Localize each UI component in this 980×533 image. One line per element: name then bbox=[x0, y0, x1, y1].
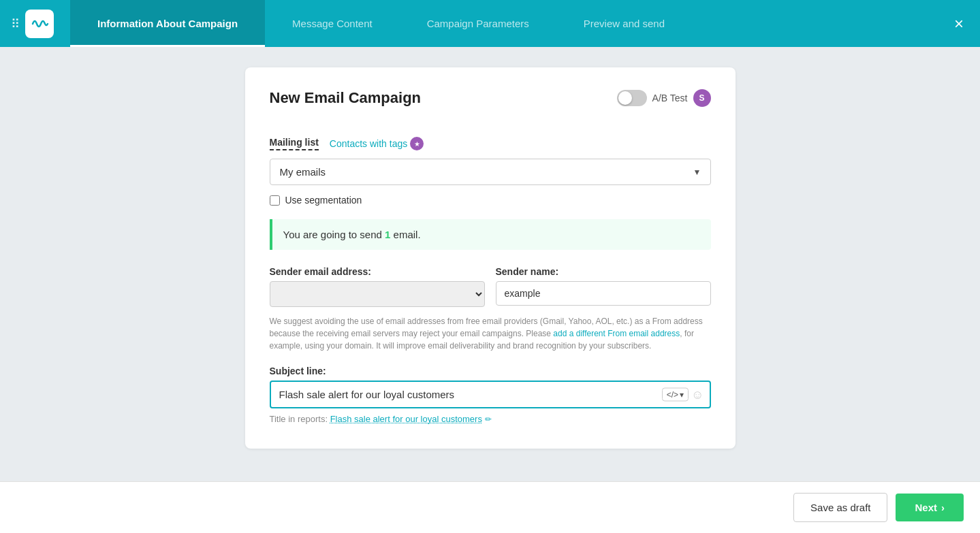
subject-line-label: Subject line: bbox=[270, 366, 711, 376]
code-icon: </> bbox=[667, 390, 678, 400]
tab-message-content[interactable]: Message Content bbox=[265, 0, 400, 47]
mailing-list-tab[interactable]: Mailing list bbox=[270, 137, 319, 150]
ab-test-label: A/B Test bbox=[652, 93, 688, 103]
chevron-down-icon: ▾ bbox=[680, 390, 684, 400]
main-content: New Email Campaign A/B Test S Mailing li… bbox=[0, 47, 980, 462]
tab-preview-send[interactable]: Preview and send bbox=[556, 0, 692, 47]
sender-email-select[interactable] bbox=[270, 281, 485, 307]
sender-name-input[interactable] bbox=[496, 281, 711, 306]
sender-email-label: Sender email address: bbox=[270, 266, 485, 277]
save-draft-button[interactable]: Save as draft bbox=[793, 493, 887, 522]
star-badge-icon: ★ bbox=[410, 137, 424, 150]
tab-information[interactable]: Information About Campaign bbox=[70, 0, 265, 47]
sender-fields-row: Sender email address: Sender name: bbox=[270, 266, 711, 307]
sender-name-label: Sender name: bbox=[496, 266, 711, 277]
card-title: New Email Campaign bbox=[270, 89, 422, 107]
use-segmentation-checkbox[interactable] bbox=[270, 195, 280, 206]
subject-input-wrapper: </> ▾ ☺ bbox=[270, 381, 711, 408]
mailing-list-tabs: Mailing list Contacts with tags ★ bbox=[270, 137, 711, 150]
next-button[interactable]: Next › bbox=[896, 494, 964, 521]
campaign-card: New Email Campaign A/B Test S Mailing li… bbox=[245, 67, 736, 449]
emoji-button[interactable]: ☺ bbox=[691, 387, 704, 402]
ab-badge: S bbox=[693, 89, 711, 107]
card-header: New Email Campaign A/B Test S bbox=[270, 89, 711, 123]
title-reports-link[interactable]: Flash sale alert for our loyal customers bbox=[330, 414, 482, 424]
mailing-list-select-wrapper: My emails ▼ bbox=[270, 159, 711, 185]
add-from-email-link[interactable]: add a different From email address bbox=[553, 329, 680, 338]
sender-email-field-group: Sender email address: bbox=[270, 266, 485, 307]
sender-name-field-group: Sender name: bbox=[496, 266, 711, 307]
next-arrow-icon: › bbox=[941, 502, 945, 513]
subject-line-input[interactable] bbox=[270, 381, 711, 408]
menu-dots-icon[interactable]: ⠿ bbox=[11, 16, 20, 31]
warning-text: We suggest avoiding the use of email add… bbox=[270, 315, 711, 352]
app-logo[interactable] bbox=[25, 10, 54, 38]
use-segmentation-label[interactable]: Use segmentation bbox=[285, 195, 362, 206]
variables-button[interactable]: </> ▾ bbox=[662, 388, 689, 402]
mailing-list-select[interactable]: My emails bbox=[270, 159, 711, 185]
tab-campaign-parameters[interactable]: Campaign Parameters bbox=[400, 0, 556, 47]
logo-area: ⠿ bbox=[11, 10, 54, 38]
nav-tabs: Information About Campaign Message Conte… bbox=[70, 0, 949, 47]
segmentation-row: Use segmentation bbox=[270, 195, 711, 206]
contacts-with-tags-tab[interactable]: Contacts with tags ★ bbox=[330, 137, 424, 150]
subject-icons: </> ▾ ☺ bbox=[662, 387, 704, 402]
edit-title-icon[interactable]: ✏ bbox=[485, 415, 492, 424]
ab-test-toggle[interactable] bbox=[617, 90, 647, 106]
header: ⠿ Information About Campaign Message Con… bbox=[0, 0, 980, 47]
ab-test-area: A/B Test S bbox=[617, 89, 711, 107]
close-button[interactable]: × bbox=[949, 10, 969, 37]
footer: Save as draft Next › bbox=[0, 481, 980, 533]
info-banner: You are going to send 1 email. bbox=[270, 219, 711, 250]
title-reports-row: Title in reports: Flash sale alert for o… bbox=[270, 414, 711, 424]
